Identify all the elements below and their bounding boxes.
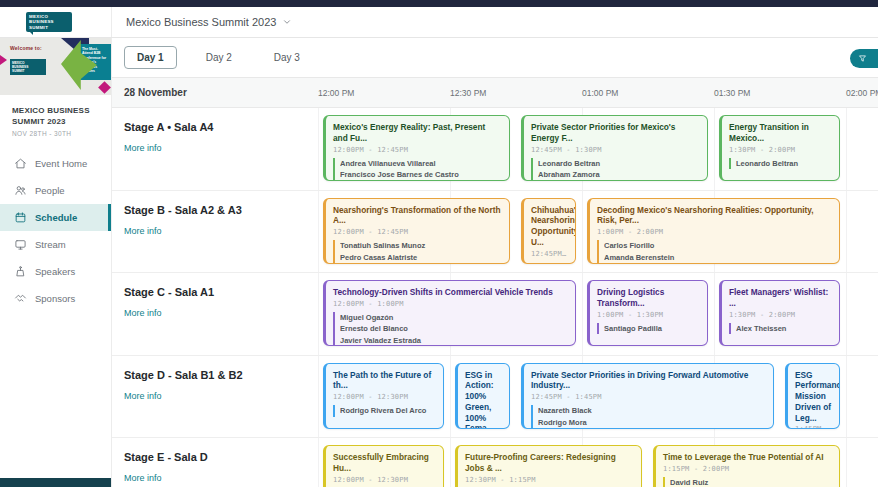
session-card[interactable]: Successfully Embracing Hu...12:00PM - 12… (323, 445, 444, 487)
stage-label: Stage E - Sala DMore info (124, 451, 309, 483)
session-card[interactable]: ESG in Action: 100% Green, 100% Fema...1… (455, 363, 510, 429)
session-card[interactable]: Mexico's Energy Reality: Past, Present a… (323, 115, 510, 181)
gridline (450, 356, 451, 438)
sidebar-item-people[interactable]: People (0, 177, 111, 204)
speaker-list: Alex Theissen (729, 323, 832, 335)
sidebar-item-label: Speakers (35, 266, 75, 277)
event-app-window: MEXICOBUSINESSSUMMIT Mexico Business Sum… (0, 0, 878, 487)
session-time: 12:45PM - 1:30PM (531, 146, 700, 154)
session-card[interactable]: Energy Transition in Mexico...1:30PM - 2… (719, 115, 840, 181)
more-info-link[interactable]: More info (124, 226, 309, 236)
gridline (582, 191, 583, 273)
speaker-name: Pedro Casas Alatriste (340, 252, 502, 264)
tab-day-1[interactable]: Day 1 (124, 46, 177, 69)
gridline (846, 108, 847, 190)
session-title: ESG in Action: 100% Green, 100% Fema... (465, 370, 502, 429)
gridline (846, 438, 847, 487)
session-title: Time to Leverage the True Potential of A… (663, 452, 832, 463)
sidebar-item-stream[interactable]: Stream (0, 231, 111, 258)
more-info-link[interactable]: More info (124, 143, 309, 153)
session-title: The Path to the Future of th... (333, 370, 436, 392)
session-time: 1:00PM - 1:30PM (597, 311, 700, 319)
gridline (450, 438, 451, 487)
timeline-header: 28 November 12:00 PM12:30 PM01:00 PM01:3… (112, 78, 878, 108)
session-time: 1:00PM - 2:00PM (597, 228, 832, 236)
speaker-name: Amanda Berenstein (604, 252, 832, 264)
more-info-link[interactable]: More info (124, 473, 309, 483)
speaker-name: Leonardo Beltran (736, 158, 832, 170)
gridline (846, 356, 847, 438)
tab-day-3[interactable]: Day 3 (261, 46, 313, 69)
browser-top-strip (0, 0, 878, 7)
speaker-name: Santiago Padilla (604, 323, 700, 335)
sidebar-item-event-home[interactable]: Event Home (0, 150, 111, 177)
session-card[interactable]: Driving Logistics Transform...1:00PM - 1… (587, 280, 708, 346)
more-info-link[interactable]: More info (124, 391, 309, 401)
session-title: Future-Proofing Careers: Redesigning Job… (465, 452, 634, 474)
date-label: 28 November (124, 87, 187, 98)
session-title: ESG Performance: Mission Driven of Leg..… (795, 370, 832, 424)
gridline (318, 191, 319, 273)
session-card[interactable]: Nearshoring's Transformation of the Nort… (323, 198, 510, 264)
speaker-name: Miguel Ogazón (340, 312, 568, 324)
session-card[interactable]: Decoding Mexico's Nearshoring Realities:… (587, 198, 840, 264)
speaker-name: Leonardo Beltran (538, 158, 700, 170)
session-time: 1:30PM - 2:00PM (729, 311, 832, 319)
speaker-name: Carlos Fiorillo (604, 240, 832, 252)
time-tick: 01:30 PM (714, 88, 750, 98)
stage-row: Stage C - Sala A1More infoTechnology-Dri… (112, 273, 878, 356)
sidebar-event-dates: NOV 28TH - 30TH (0, 129, 111, 138)
session-card[interactable]: Private Sector Priorities in Driving For… (521, 363, 774, 429)
session-card[interactable]: The Path to the Future of th...12:00PM -… (323, 363, 444, 429)
gridline (714, 273, 715, 355)
session-card[interactable]: Private Sector Priorities for Mexico's E… (521, 115, 708, 181)
session-time: 1:15PM - 2:00PM (663, 465, 832, 473)
stage-row: Stage D - Sala B1 & B2More infoThe Path … (112, 356, 878, 439)
stage-name: Stage A • Sala A4 (124, 121, 309, 133)
speaker-name: Francisco Jose Barnes de Castro (340, 169, 502, 181)
stage-label: Stage B - Sala A2 & A3More info (124, 204, 309, 236)
session-time: 1:45PM - 2:00PM (795, 425, 832, 428)
sidebar-item-schedule[interactable]: Schedule (0, 204, 111, 231)
speaker-name: Tonatiuh Salinas Munoz (340, 240, 502, 252)
stage-name: Stage B - Sala A2 & A3 (124, 204, 309, 216)
session-card[interactable]: Time to Leverage the True Potential of A… (653, 445, 840, 487)
session-card[interactable]: Chihuahua's Nearshoring Opportunity: U..… (521, 198, 576, 264)
session-card[interactable]: Technology-Driven Shifts in Commercial V… (323, 280, 576, 346)
header-logo-area: MEXICOBUSINESSSUMMIT (0, 7, 112, 37)
chevron-down-icon (282, 17, 292, 27)
speaker-list: Santiago Padilla (597, 323, 700, 335)
tab-day-2[interactable]: Day 2 (193, 46, 245, 69)
session-card[interactable]: Fleet Managers' Wishlist: ...1:30PM - 2:… (719, 280, 840, 346)
sidebar-item-label: Stream (35, 239, 66, 250)
session-time: 12:00PM - 12:45PM (333, 228, 502, 236)
speaker-name: Andrea Villanueva Villareal (340, 158, 502, 170)
session-title: Private Sector Priorities for Mexico's E… (531, 122, 700, 144)
session-title: Driving Logistics Transform... (597, 287, 700, 309)
banner-left-arrow (0, 55, 7, 65)
sidebar-item-speakers[interactable]: Speakers (0, 258, 111, 285)
gridline (846, 191, 847, 273)
banner-welcome-label: Welcome to: (10, 45, 42, 51)
speakers-icon (14, 265, 27, 278)
banner-logo: MEXICOBUSINESSSUMMIT (10, 59, 46, 75)
event-switcher[interactable]: Mexico Business Summit 2023 (126, 16, 292, 28)
filter-button[interactable] (850, 49, 878, 68)
session-card[interactable]: Future-Proofing Careers: Redesigning Job… (455, 445, 642, 487)
speaker-list: Leonardo Beltran (729, 158, 832, 170)
stage-row: Stage B - Sala A2 & A3More infoNearshori… (112, 191, 878, 274)
session-title: Fleet Managers' Wishlist: ... (729, 287, 832, 309)
sidebar-item-sponsors[interactable]: Sponsors (0, 285, 111, 312)
session-card[interactable]: ESG Performance: Mission Driven of Leg..… (785, 363, 840, 429)
time-tick: 02:00 PM (846, 88, 878, 98)
schedule-rows: Stage A • Sala A4More infoMexico's Energ… (112, 108, 878, 487)
more-info-link[interactable]: More info (124, 308, 309, 318)
session-title: Private Sector Priorities in Driving For… (531, 370, 766, 392)
gridline (318, 438, 319, 487)
stage-name: Stage D - Sala B1 & B2 (124, 369, 309, 381)
time-tick: 12:30 PM (450, 88, 486, 98)
session-time: 12:00PM - 1:00PM (333, 300, 568, 308)
speaker-name: Ernesto del Blanco (340, 323, 568, 335)
session-title: Chihuahua's Nearshoring Opportunity: U..… (531, 205, 568, 248)
speaker-list: Leonardo BeltranAbraham ZamoraCarla Medi… (531, 158, 700, 181)
